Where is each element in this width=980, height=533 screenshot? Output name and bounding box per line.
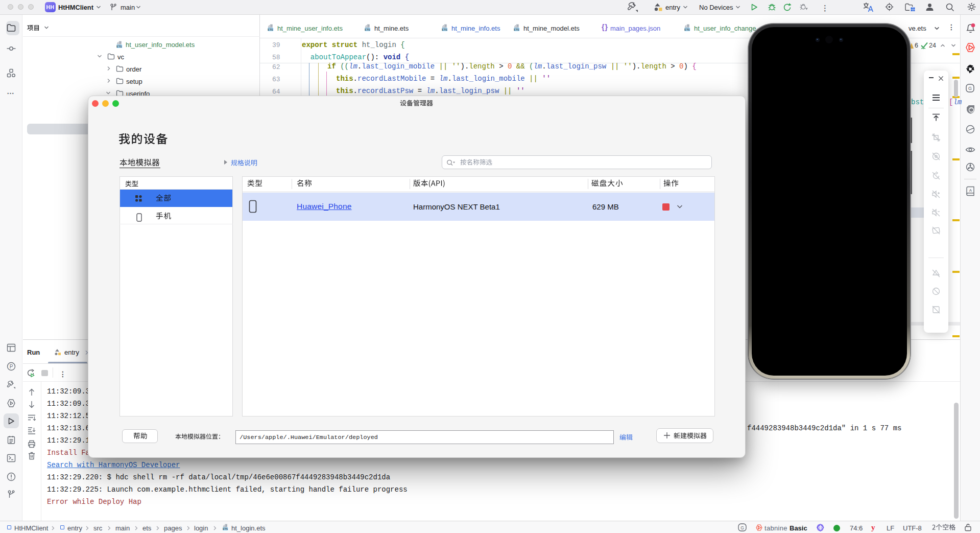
svg-text:ETS: ETS [365, 28, 370, 31]
svg-text:ETS: ETS [442, 28, 447, 31]
svg-text:G: G [968, 86, 972, 91]
svg-text:ETS: ETS [116, 45, 122, 48]
svg-text:ETS: ETS [684, 28, 690, 31]
svg-text:ETS: ETS [514, 28, 519, 31]
svg-text:G: G [740, 525, 744, 530]
svg-text:ETS: ETS [268, 28, 273, 31]
svg-text:A: A [969, 188, 972, 193]
svg-text:P: P [10, 364, 13, 369]
svg-text:ETS: ETS [223, 527, 228, 530]
